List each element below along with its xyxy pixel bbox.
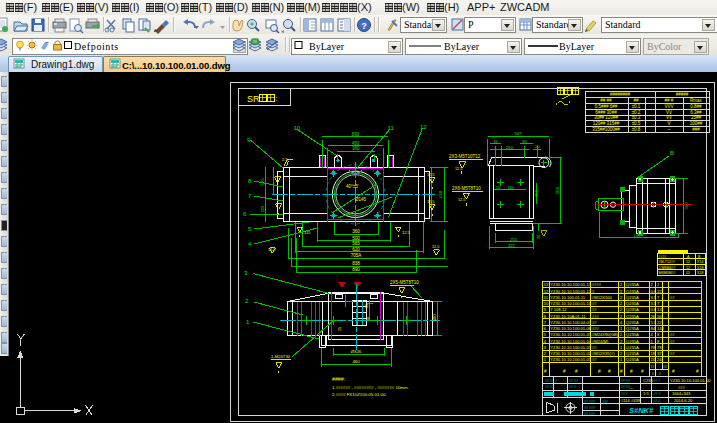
svg-text:525: 525 bbox=[260, 178, 265, 186]
svg-text:4: 4 bbox=[248, 241, 252, 247]
svg-text:3: 3 bbox=[244, 270, 248, 276]
svg-text:2: 2 bbox=[620, 307, 623, 312]
svg-text:2: 2 bbox=[544, 351, 547, 356]
svg-text:## #: ## # bbox=[569, 385, 576, 389]
svg-text:5: 5 bbox=[248, 226, 252, 232]
svg-text:VV: VV bbox=[666, 110, 672, 115]
svg-text:20: 20 bbox=[535, 144, 540, 149]
svg-text:2X3-M5T10T12: 2X3-M5T10T12 bbox=[449, 154, 481, 159]
svg-text:838: 838 bbox=[352, 261, 360, 266]
svg-text:100##: 100## bbox=[690, 121, 703, 126]
svg-text:## #: ## # bbox=[665, 98, 674, 103]
svg-text:13: 13 bbox=[544, 282, 549, 287]
svg-text:#M12X100: #M12X100 bbox=[592, 295, 613, 300]
svg-text:SR: SR bbox=[247, 94, 260, 104]
svg-text:## #: ## # bbox=[621, 392, 628, 396]
svg-text:V: V bbox=[667, 121, 670, 126]
svg-text:##: ## bbox=[663, 365, 667, 369]
svg-text:####: #### bbox=[659, 255, 667, 259]
svg-text:Q235A: Q235A bbox=[626, 289, 639, 294]
svg-text:1: 1 bbox=[620, 345, 623, 350]
svg-text:##: ## bbox=[670, 332, 675, 337]
svg-text:##: ## bbox=[592, 320, 597, 325]
svg-text:## ###: ## ### bbox=[584, 406, 595, 410]
svg-text:#: # bbox=[620, 369, 623, 374]
svg-text:X18: X18 bbox=[697, 266, 703, 270]
svg-text:12: 12 bbox=[420, 124, 427, 130]
svg-text:25##: 25## bbox=[691, 115, 702, 120]
svg-text:Q235A: Q235A bbox=[626, 314, 639, 319]
svg-text:#M24(M): #M24(M) bbox=[592, 339, 609, 344]
svg-text:##: ## bbox=[592, 345, 597, 350]
svg-text:2: 2 bbox=[620, 295, 623, 300]
svg-text:YZ30.10.10.100.04-07: YZ30.10.10.100.04-07 bbox=[550, 320, 591, 325]
svg-text:7: 7 bbox=[544, 320, 547, 325]
svg-text:#: # bbox=[659, 372, 661, 376]
svg-text:1: 1 bbox=[544, 357, 547, 362]
svg-text:2: 2 bbox=[620, 289, 623, 294]
svg-text:1: 1 bbox=[246, 319, 250, 325]
svg-text:6: 6 bbox=[544, 326, 547, 331]
svg-text:460: 460 bbox=[352, 359, 360, 364]
svg-text:315##1000##: 315##1000## bbox=[592, 127, 620, 132]
svg-text:2014.6.20: 2014.6.20 bbox=[674, 398, 693, 403]
svg-text:25: 25 bbox=[338, 327, 342, 331]
svg-text:9: 9 bbox=[544, 307, 547, 312]
svg-text:78: 78 bbox=[657, 345, 662, 350]
svg-text:C235: C235 bbox=[643, 378, 654, 383]
svg-text:#M12X35(#): #M12X35(#) bbox=[592, 351, 615, 356]
svg-text:## ##: ## ## bbox=[545, 385, 554, 389]
svg-text:##: ## bbox=[670, 295, 675, 300]
svg-text:321: 321 bbox=[508, 243, 516, 248]
svg-text:2.#### FX10Z100.05.01.00.: 2.#### FX10Z100.05.01.00. bbox=[332, 392, 387, 397]
svg-text:## #: ## # bbox=[654, 392, 661, 396]
svg-text:X18: X18 bbox=[697, 271, 703, 275]
svg-text:620: 620 bbox=[352, 247, 360, 252]
svg-text:8: 8 bbox=[657, 332, 660, 337]
svg-text:#114 #439: #114 #439 bbox=[621, 398, 641, 403]
svg-text:Rmax: Rmax bbox=[690, 98, 703, 103]
svg-text:2: 2 bbox=[620, 314, 623, 319]
svg-text:5: 5 bbox=[544, 332, 547, 337]
svg-text:#: # bbox=[641, 369, 644, 374]
svg-text:300: 300 bbox=[432, 314, 437, 322]
svg-text:9: 9 bbox=[247, 137, 251, 143]
svg-text:2X5-M5T8T10: 2X5-M5T8T10 bbox=[390, 280, 419, 285]
svg-text:Q235A: Q235A bbox=[626, 351, 639, 356]
svg-text:Q235A: Q235A bbox=[626, 357, 639, 362]
svg-text:1: 1 bbox=[620, 357, 623, 362]
svg-text:560: 560 bbox=[684, 202, 689, 210]
svg-text:7: 7 bbox=[248, 193, 252, 199]
svg-text:380: 380 bbox=[352, 146, 360, 151]
svg-text:#: # bbox=[630, 369, 633, 374]
svg-text:#: # bbox=[575, 369, 578, 374]
svg-text:###: ### bbox=[692, 127, 700, 132]
svg-text:2: 2 bbox=[657, 282, 660, 287]
svg-text:1-M24T30: 1-M24T30 bbox=[271, 354, 291, 359]
svg-text:0.6: 0.6 bbox=[650, 289, 656, 294]
svg-text:2X6-M5T8T10: 2X6-M5T8T10 bbox=[452, 186, 481, 191]
svg-text:#: # bbox=[608, 369, 611, 374]
svg-text:±0.8: ±0.8 bbox=[632, 127, 641, 132]
svg-text:Q235A: Q235A bbox=[626, 301, 639, 306]
svg-text:Q235A: Q235A bbox=[626, 345, 639, 350]
svg-text:Q235A: Q235A bbox=[626, 282, 639, 287]
svg-text:?: ? bbox=[361, 21, 367, 31]
svg-text:1.6: 1.6 bbox=[657, 307, 663, 312]
svg-text:1664+943: 1664+943 bbox=[672, 391, 691, 396]
svg-text:###: ### bbox=[592, 314, 600, 319]
svg-text:7: 7 bbox=[657, 295, 660, 300]
svg-text:24: 24 bbox=[650, 357, 655, 362]
svg-text:Q235A: Q235A bbox=[626, 295, 639, 300]
svg-text:2: 2 bbox=[620, 351, 623, 356]
svg-text:24: 24 bbox=[657, 357, 662, 362]
svg-text:###: ### bbox=[592, 326, 600, 331]
svg-text:#M-T12##: #M-T12## bbox=[659, 260, 675, 264]
svg-text:8: 8 bbox=[544, 314, 547, 319]
svg-text:## ###: ## ### bbox=[584, 400, 595, 404]
svg-text:565: 565 bbox=[352, 241, 360, 246]
svg-text:## ## #: ## ## # bbox=[545, 379, 557, 383]
svg-text:A: A bbox=[687, 255, 690, 259]
svg-text:B: B bbox=[698, 255, 701, 259]
svg-text:## #: ## # bbox=[654, 379, 661, 383]
